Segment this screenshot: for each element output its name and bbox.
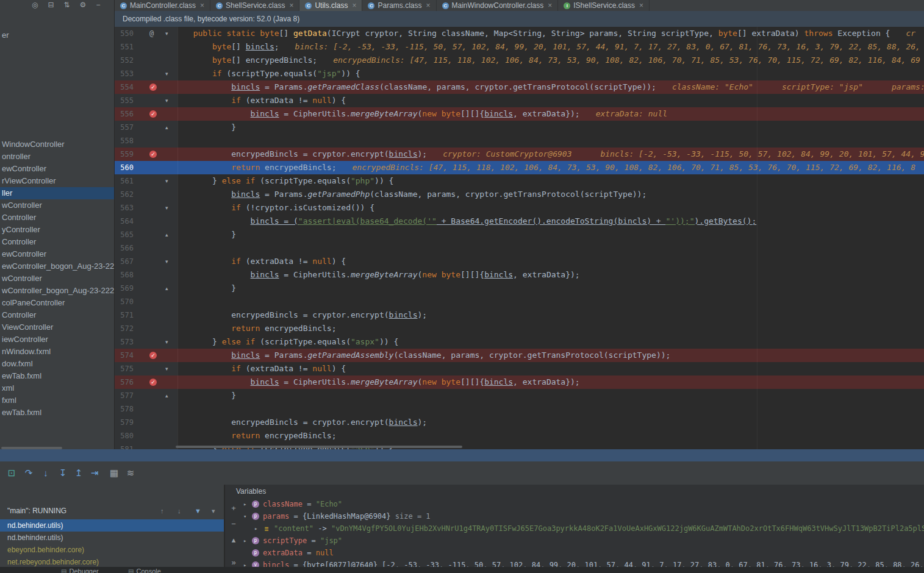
breakpoint-icon[interactable]: ✓ xyxy=(149,379,157,386)
code-line[interactable]: 554✓ bincls = Params.getParamedClass(cla… xyxy=(115,80,924,94)
code-line[interactable]: 565▴ } xyxy=(115,228,924,241)
project-tree-item[interactable]: WindowController xyxy=(0,138,114,151)
remove-watch-icon[interactable]: − xyxy=(227,519,240,529)
fold-marker-icon[interactable]: ▴ xyxy=(165,389,168,402)
project-tree-item[interactable]: Controller xyxy=(0,309,114,321)
bottom-tab-debugger[interactable]: ▤Debugger xyxy=(61,568,99,573)
variable-row[interactable]: ▾pparams = {LinkedHashMap@6904} size = 1 xyxy=(243,510,924,522)
code-line[interactable]: 552 byte[] encrypedBincls;encrypedBincls… xyxy=(115,54,924,67)
step-into-icon[interactable]: ↓ xyxy=(39,467,52,479)
project-tree-item[interactable]: ller xyxy=(0,187,114,199)
breakpoint-icon[interactable]: ✓ xyxy=(149,151,157,158)
project-tree-item[interactable]: ontroller xyxy=(0,151,114,163)
code-line[interactable]: 578 xyxy=(115,402,924,416)
close-icon[interactable]: × xyxy=(289,1,293,10)
code-line[interactable]: 575▾ if (extraData != null) { xyxy=(115,362,924,375)
breakpoint-icon[interactable]: ✓ xyxy=(149,110,157,118)
breakpoint-icon[interactable]: ✓ xyxy=(149,84,157,91)
fold-marker-icon[interactable]: ▴ xyxy=(165,121,168,134)
frame-down-icon[interactable]: ↓ xyxy=(177,505,181,517)
force-step-into-icon[interactable]: ↧ xyxy=(56,467,70,479)
tab-Params.class[interactable]: CParams.class× xyxy=(362,0,436,11)
close-icon[interactable]: × xyxy=(639,1,643,10)
locate-icon[interactable]: ◎ xyxy=(32,1,38,9)
variable-row[interactable]: ▸vbincls = {byte[6877]@7640} [-2, -53, -… xyxy=(243,559,924,567)
project-tree-item[interactable]: wController_bogon_Aug-23-2226 xyxy=(0,285,114,297)
project-tree-item[interactable]: colPaneController xyxy=(0,297,114,309)
sort-icon[interactable]: ▴ xyxy=(227,535,240,545)
project-tree-item[interactable]: dow.fxml xyxy=(0,358,114,370)
code-line[interactable]: 556✓ bincls = CipherUtils.mergeByteArray… xyxy=(115,107,924,121)
settings-gear-icon[interactable]: ⚙ xyxy=(80,1,87,9)
fold-marker-icon[interactable]: ▴ xyxy=(165,228,168,241)
code-line[interactable]: 572 return encrypedBincls; xyxy=(115,322,924,335)
project-tree-item[interactable]: ViewController xyxy=(0,321,114,333)
variable-row[interactable]: ▸≡"content" -> "vDnYM4VgfPY5OL0YujEHb2Xv… xyxy=(243,522,924,535)
code-line[interactable]: 574✓ bincls = Params.getParamedAssembly(… xyxy=(115,349,924,362)
project-tree-item[interactable]: wController xyxy=(0,272,114,285)
more-chevrons-icon[interactable]: » xyxy=(227,558,240,567)
code-line[interactable]: 550@▾ public static byte[] getData(ICryp… xyxy=(115,27,924,40)
filter-funnel-icon[interactable]: ▼ xyxy=(195,505,201,517)
fold-marker-icon[interactable]: ▾ xyxy=(165,255,168,268)
variable-row[interactable]: pextraData = null xyxy=(243,547,924,559)
fold-marker-icon[interactable]: ▴ xyxy=(165,282,168,295)
project-tree-item[interactable]: ewTab.fxml xyxy=(0,407,114,419)
expander-icon[interactable]: ▾ xyxy=(243,510,246,522)
view-breakpoints-icon[interactable]: ▦ xyxy=(107,467,121,479)
stack-frame-row[interactable]: ebeyond.behinder.core) xyxy=(0,544,224,556)
code-line[interactable]: 564 bincls = ("assert|eval(base64_decode… xyxy=(115,215,924,228)
hide-panel-icon[interactable]: − xyxy=(96,1,100,9)
close-icon[interactable]: × xyxy=(426,1,431,10)
code-line[interactable]: 580 return encrypedBincls; xyxy=(115,429,924,443)
close-icon[interactable]: × xyxy=(548,1,552,10)
project-tree-item[interactable]: ewController xyxy=(0,248,114,260)
stack-frame-row[interactable]: net.rebeyond.behinder.core) xyxy=(0,556,224,567)
code-line[interactable]: 559✓ encrypedBincls = cryptor.encrypt(bi… xyxy=(115,148,924,161)
expand-collapse-icon[interactable]: ⇅ xyxy=(64,1,70,9)
code-line[interactable]: 571 encrypedBincls = cryptor.encrypt(bin… xyxy=(115,308,924,322)
fold-marker-icon[interactable]: ▾ xyxy=(165,201,168,215)
project-tree-item[interactable]: xml xyxy=(0,382,114,394)
collapse-all-icon[interactable]: ⊟ xyxy=(48,1,54,9)
tab-MainController.class[interactable]: CMainController.class× xyxy=(115,0,210,11)
fold-marker-icon[interactable]: ▾ xyxy=(165,67,168,80)
code-line[interactable]: 566 xyxy=(115,241,924,255)
project-tree-item[interactable]: wController xyxy=(0,199,114,212)
code-line[interactable]: 569▴ } xyxy=(115,282,924,295)
expander-icon[interactable]: ▸ xyxy=(243,535,246,547)
code-line[interactable]: 561▾ } else if (scriptType.equals("php")… xyxy=(115,174,924,188)
project-hscrollbar[interactable] xyxy=(1,447,62,449)
tab-MainWindowController.class[interactable]: CMainWindowController.class× xyxy=(437,0,559,11)
frame-up-icon[interactable]: ↑ xyxy=(160,505,164,517)
editor-hscrollbar[interactable] xyxy=(176,446,462,448)
code-area[interactable]: 550@▾ public static byte[] getData(ICryp… xyxy=(115,27,924,449)
fold-marker-icon[interactable]: ▾ xyxy=(165,362,168,375)
project-tree-item[interactable]: rViewController xyxy=(0,175,114,187)
code-line[interactable]: 562 bincls = Params.getParamedPhp(classN… xyxy=(115,188,924,201)
project-tree-item[interactable]: Controller xyxy=(0,212,114,224)
project-tree-item[interactable]: yController xyxy=(0,224,114,236)
project-tree-item[interactable]: iewController xyxy=(0,333,114,346)
collapse-chevron-icon[interactable]: ▾ xyxy=(212,505,215,517)
bottom-tab-console[interactable]: ▤Console xyxy=(128,568,161,573)
step-over-icon[interactable]: ↷ xyxy=(22,467,35,479)
tab-IShellService.class[interactable]: IIShellService.class× xyxy=(558,0,650,11)
expander-icon[interactable]: ▸ xyxy=(243,498,246,510)
step-out-icon[interactable]: ↥ xyxy=(72,467,85,479)
breakpoint-icon[interactable]: ✓ xyxy=(149,352,157,359)
mute-breakpoints-icon[interactable]: ≋ xyxy=(124,467,137,479)
debug-window-header[interactable] xyxy=(0,449,924,461)
variable-row[interactable]: ▸pscriptType = "jsp" xyxy=(243,535,924,547)
close-icon[interactable]: × xyxy=(352,1,356,10)
project-tree-item[interactable]: ewController xyxy=(0,163,114,175)
expander-icon[interactable]: ▸ xyxy=(243,559,246,567)
fold-marker-icon[interactable]: ▾ xyxy=(165,174,168,188)
project-tree-item[interactable]: fxml xyxy=(0,394,114,407)
code-line[interactable]: 577▴ } xyxy=(115,389,924,402)
tab-Utils.class[interactable]: CUtils.class× xyxy=(299,0,362,11)
show-execution-point-icon[interactable]: ⊡ xyxy=(5,467,18,479)
project-tree-item[interactable]: Controller xyxy=(0,236,114,248)
fold-marker-icon[interactable]: ▾ xyxy=(165,94,168,107)
code-line[interactable]: 560 return encrypedBincls;encrypedBincls… xyxy=(115,161,924,174)
